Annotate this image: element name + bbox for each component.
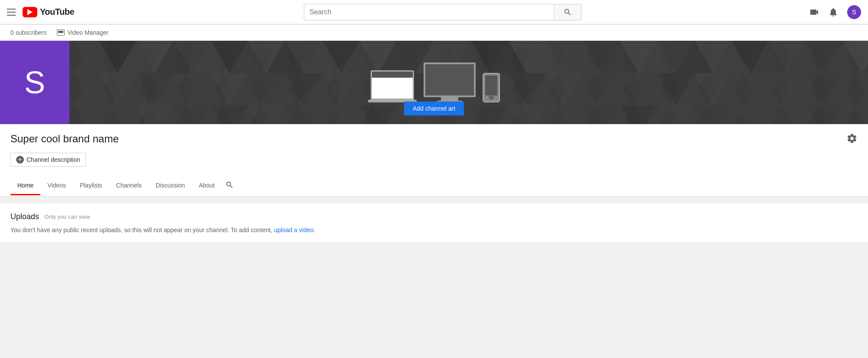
gear-icon <box>846 133 858 144</box>
channel-name: Super cool brand name <box>10 133 119 145</box>
user-avatar[interactable]: S <box>847 5 861 19</box>
laptop-screen <box>371 70 414 100</box>
upload-video-link[interactable]: upload a video <box>274 227 313 233</box>
notifications-button[interactable] <box>828 7 838 17</box>
subscriber-bar: 0 subscribers Video Manager <box>0 24 868 41</box>
tv-mockup <box>424 62 476 102</box>
plus-circle-icon: + <box>16 156 24 164</box>
phone-mockup <box>483 73 500 102</box>
settings-button[interactable] <box>846 133 858 146</box>
channel-avatar-overlay: S <box>0 41 69 124</box>
uploads-section: Uploads Only you can view You don't have… <box>0 204 868 242</box>
upload-icon <box>809 7 819 17</box>
youtube-logo-icon <box>23 7 37 17</box>
tab-home[interactable]: Home <box>10 177 40 195</box>
subscriber-count: 0 subscribers <box>10 29 46 36</box>
laptop-screen-bar <box>372 72 413 78</box>
youtube-logo[interactable]: YouTube <box>23 7 74 17</box>
channel-tabs: Home Videos Playlists Channels Discussio… <box>10 175 858 196</box>
tab-search-icon <box>225 181 234 189</box>
tab-about[interactable]: About <box>192 177 222 195</box>
channel-info-section: Super cool brand name + Channel descript… <box>0 124 868 197</box>
hamburger-menu[interactable] <box>7 9 16 16</box>
channel-description-button[interactable]: + Channel description <box>10 153 86 167</box>
channel-avatar-letter: S <box>24 65 45 100</box>
tab-videos[interactable]: Videos <box>40 177 73 195</box>
add-channel-art-button[interactable]: Add channel art <box>404 102 464 115</box>
channel-art-section: S Add channel art <box>0 41 868 124</box>
uploads-title: Uploads <box>10 212 39 221</box>
tab-channels[interactable]: Channels <box>109 177 148 195</box>
video-manager-label: Video Manager <box>67 29 108 36</box>
tv-stand <box>441 97 458 101</box>
video-manager-icon <box>57 30 65 36</box>
channel-name-row: Super cool brand name <box>10 133 858 146</box>
laptop-mockup <box>368 70 417 102</box>
uploads-message: You don't have any public recent uploads… <box>10 227 858 233</box>
top-nav: YouTube S <box>0 0 868 24</box>
search-input[interactable] <box>304 4 554 20</box>
upload-button[interactable] <box>809 7 819 17</box>
youtube-logo-text: YouTube <box>40 7 74 17</box>
search-form <box>304 4 582 20</box>
video-manager-link[interactable]: Video Manager <box>57 29 108 36</box>
notifications-icon <box>828 7 838 17</box>
channel-main: Uploads Only you can view You don't have… <box>0 204 868 242</box>
tab-playlists[interactable]: Playlists <box>73 177 109 195</box>
tab-discussion[interactable]: Discussion <box>148 177 192 195</box>
device-mockups <box>368 62 500 102</box>
uploads-header: Uploads Only you can view <box>10 212 858 221</box>
search-icon <box>563 8 572 16</box>
tv-screen <box>424 62 476 97</box>
search-button[interactable] <box>554 4 582 20</box>
tab-search-button[interactable] <box>222 175 237 196</box>
uploads-visibility: Only you can view <box>44 213 90 220</box>
channel-description-label: Channel description <box>26 156 80 163</box>
